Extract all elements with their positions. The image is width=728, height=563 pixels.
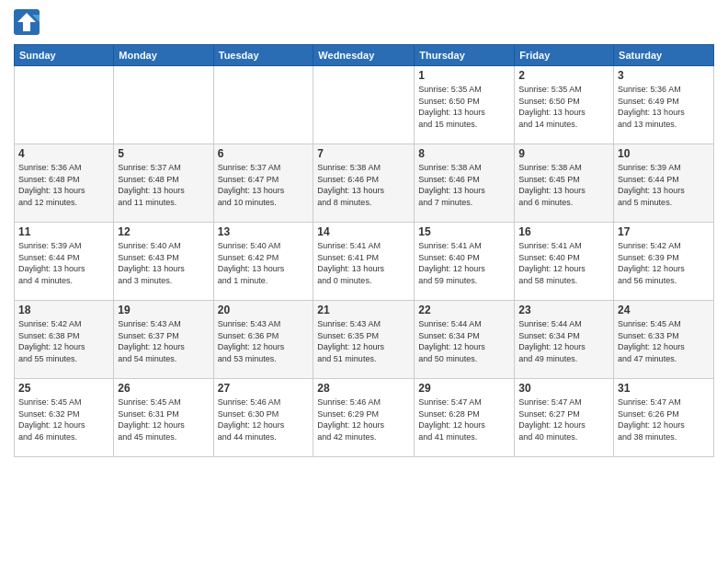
day-info: Sunrise: 5:44 AM Sunset: 6:34 PM Dayligh…	[518, 318, 609, 364]
calendar-cell: 15Sunrise: 5:41 AM Sunset: 6:40 PM Dayli…	[415, 223, 515, 301]
day-number: 29	[418, 382, 510, 395]
day-number: 17	[618, 225, 710, 238]
day-info: Sunrise: 5:42 AM Sunset: 6:38 PM Dayligh…	[18, 318, 109, 364]
day-number: 5	[118, 147, 209, 160]
day-info: Sunrise: 5:40 AM Sunset: 6:43 PM Dayligh…	[118, 240, 209, 286]
calendar-cell: 23Sunrise: 5:44 AM Sunset: 6:34 PM Dayli…	[515, 301, 614, 379]
day-info: Sunrise: 5:37 AM Sunset: 6:47 PM Dayligh…	[218, 162, 310, 208]
calendar-cell: 19Sunrise: 5:43 AM Sunset: 6:37 PM Dayli…	[114, 301, 213, 379]
calendar-cell: 9Sunrise: 5:38 AM Sunset: 6:45 PM Daylig…	[515, 144, 614, 223]
day-info: Sunrise: 5:35 AM Sunset: 6:50 PM Dayligh…	[518, 84, 609, 130]
day-info: Sunrise: 5:38 AM Sunset: 6:46 PM Dayligh…	[317, 162, 410, 208]
page-container: SundayMondayTuesdayWednesdayThursdayFrid…	[0, 0, 728, 563]
day-number: 1	[418, 69, 510, 82]
day-info: Sunrise: 5:40 AM Sunset: 6:42 PM Dayligh…	[218, 240, 310, 286]
calendar-table: SundayMondayTuesdayWednesdayThursdayFrid…	[14, 44, 714, 457]
calendar-cell: 3Sunrise: 5:36 AM Sunset: 6:49 PM Daylig…	[614, 66, 714, 144]
day-info: Sunrise: 5:39 AM Sunset: 6:44 PM Dayligh…	[618, 162, 710, 208]
calendar-week-row: 18Sunrise: 5:42 AM Sunset: 6:38 PM Dayli…	[15, 301, 714, 379]
logo-icon	[14, 9, 40, 37]
calendar-cell: 10Sunrise: 5:39 AM Sunset: 6:44 PM Dayli…	[614, 144, 714, 223]
calendar-cell: 12Sunrise: 5:40 AM Sunset: 6:43 PM Dayli…	[114, 223, 213, 301]
day-info: Sunrise: 5:39 AM Sunset: 6:44 PM Dayligh…	[18, 240, 109, 286]
calendar-week-row: 1Sunrise: 5:35 AM Sunset: 6:50 PM Daylig…	[15, 66, 714, 144]
calendar-day-header: Monday	[114, 45, 213, 66]
calendar-cell: 25Sunrise: 5:45 AM Sunset: 6:32 PM Dayli…	[15, 379, 114, 457]
calendar-cell: 4Sunrise: 5:36 AM Sunset: 6:48 PM Daylig…	[15, 144, 114, 223]
calendar-cell: 27Sunrise: 5:46 AM Sunset: 6:30 PM Dayli…	[213, 379, 313, 457]
day-info: Sunrise: 5:41 AM Sunset: 6:40 PM Dayligh…	[518, 240, 609, 286]
calendar-cell: 29Sunrise: 5:47 AM Sunset: 6:28 PM Dayli…	[415, 379, 515, 457]
calendar-day-header: Friday	[515, 45, 614, 66]
day-number: 18	[18, 304, 109, 316]
day-info: Sunrise: 5:45 AM Sunset: 6:31 PM Dayligh…	[118, 396, 209, 442]
calendar-cell: 17Sunrise: 5:42 AM Sunset: 6:39 PM Dayli…	[614, 223, 714, 301]
day-info: Sunrise: 5:43 AM Sunset: 6:36 PM Dayligh…	[218, 318, 310, 364]
calendar-cell: 26Sunrise: 5:45 AM Sunset: 6:31 PM Dayli…	[114, 379, 213, 457]
calendar-cell: 5Sunrise: 5:37 AM Sunset: 6:48 PM Daylig…	[114, 144, 213, 223]
day-number: 26	[118, 382, 209, 395]
calendar-cell: 18Sunrise: 5:42 AM Sunset: 6:38 PM Dayli…	[15, 301, 114, 379]
day-number: 22	[418, 304, 510, 316]
day-number: 27	[218, 382, 310, 395]
day-info: Sunrise: 5:36 AM Sunset: 6:48 PM Dayligh…	[18, 162, 109, 208]
calendar-cell	[313, 66, 415, 144]
calendar-cell: 2Sunrise: 5:35 AM Sunset: 6:50 PM Daylig…	[515, 66, 614, 144]
day-info: Sunrise: 5:41 AM Sunset: 6:40 PM Dayligh…	[418, 240, 510, 286]
day-number: 30	[518, 382, 609, 395]
day-number: 23	[518, 304, 609, 316]
calendar-cell: 21Sunrise: 5:43 AM Sunset: 6:35 PM Dayli…	[313, 301, 415, 379]
day-info: Sunrise: 5:46 AM Sunset: 6:30 PM Dayligh…	[218, 396, 310, 442]
calendar-week-row: 11Sunrise: 5:39 AM Sunset: 6:44 PM Dayli…	[15, 223, 714, 301]
calendar-day-header: Wednesday	[313, 45, 415, 66]
day-info: Sunrise: 5:45 AM Sunset: 6:33 PM Dayligh…	[618, 318, 710, 364]
day-number: 2	[518, 69, 609, 82]
calendar-cell	[213, 66, 313, 144]
day-number: 14	[317, 225, 410, 238]
day-info: Sunrise: 5:37 AM Sunset: 6:48 PM Dayligh…	[118, 162, 209, 208]
logo	[14, 9, 41, 37]
day-number: 3	[618, 69, 710, 82]
day-number: 11	[18, 225, 109, 238]
calendar-cell: 31Sunrise: 5:47 AM Sunset: 6:26 PM Dayli…	[614, 379, 714, 457]
day-number: 13	[218, 225, 310, 238]
calendar-day-header: Saturday	[614, 45, 714, 66]
calendar-week-row: 25Sunrise: 5:45 AM Sunset: 6:32 PM Dayli…	[15, 379, 714, 457]
calendar-cell: 13Sunrise: 5:40 AM Sunset: 6:42 PM Dayli…	[213, 223, 313, 301]
day-number: 20	[218, 304, 310, 316]
day-number: 31	[618, 382, 710, 395]
day-info: Sunrise: 5:38 AM Sunset: 6:46 PM Dayligh…	[418, 162, 510, 208]
calendar-week-row: 4Sunrise: 5:36 AM Sunset: 6:48 PM Daylig…	[15, 144, 714, 223]
day-number: 28	[317, 382, 410, 395]
calendar-cell: 30Sunrise: 5:47 AM Sunset: 6:27 PM Dayli…	[515, 379, 614, 457]
day-number: 24	[618, 304, 710, 316]
day-number: 21	[317, 304, 410, 316]
calendar-cell: 28Sunrise: 5:46 AM Sunset: 6:29 PM Dayli…	[313, 379, 415, 457]
day-number: 6	[218, 147, 310, 160]
day-number: 19	[118, 304, 209, 316]
day-info: Sunrise: 5:47 AM Sunset: 6:27 PM Dayligh…	[518, 396, 609, 442]
calendar-cell: 1Sunrise: 5:35 AM Sunset: 6:50 PM Daylig…	[415, 66, 515, 144]
calendar-cell: 24Sunrise: 5:45 AM Sunset: 6:33 PM Dayli…	[614, 301, 714, 379]
calendar-cell: 16Sunrise: 5:41 AM Sunset: 6:40 PM Dayli…	[515, 223, 614, 301]
day-info: Sunrise: 5:43 AM Sunset: 6:35 PM Dayligh…	[317, 318, 410, 364]
calendar-day-header: Thursday	[415, 45, 515, 66]
calendar-cell: 6Sunrise: 5:37 AM Sunset: 6:47 PM Daylig…	[213, 144, 313, 223]
calendar-cell: 11Sunrise: 5:39 AM Sunset: 6:44 PM Dayli…	[15, 223, 114, 301]
calendar-header-row: SundayMondayTuesdayWednesdayThursdayFrid…	[15, 45, 714, 66]
day-number: 9	[518, 147, 609, 160]
calendar-cell: 7Sunrise: 5:38 AM Sunset: 6:46 PM Daylig…	[313, 144, 415, 223]
day-number: 25	[18, 382, 109, 395]
calendar-day-header: Sunday	[15, 45, 114, 66]
day-info: Sunrise: 5:46 AM Sunset: 6:29 PM Dayligh…	[317, 396, 410, 442]
day-number: 15	[418, 225, 510, 238]
calendar-day-header: Tuesday	[213, 45, 313, 66]
day-info: Sunrise: 5:42 AM Sunset: 6:39 PM Dayligh…	[618, 240, 710, 286]
calendar-cell: 20Sunrise: 5:43 AM Sunset: 6:36 PM Dayli…	[213, 301, 313, 379]
day-info: Sunrise: 5:38 AM Sunset: 6:45 PM Dayligh…	[518, 162, 609, 208]
day-number: 16	[518, 225, 609, 238]
day-info: Sunrise: 5:45 AM Sunset: 6:32 PM Dayligh…	[18, 396, 109, 442]
calendar-cell	[114, 66, 213, 144]
day-info: Sunrise: 5:41 AM Sunset: 6:41 PM Dayligh…	[317, 240, 410, 286]
day-number: 10	[618, 147, 710, 160]
